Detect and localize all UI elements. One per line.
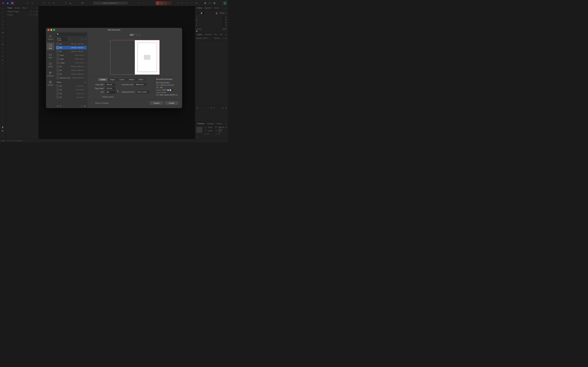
portrait-icon[interactable]: ▯	[81, 38, 83, 41]
maximize-window-icon[interactable]	[53, 29, 55, 31]
page-height-input[interactable]	[105, 87, 115, 90]
svg-rect-14	[49, 73, 50, 74]
close-window-icon[interactable]	[48, 29, 49, 31]
preset-item-a4[interactable]: A4 210 mm × 297 mm ♡	[56, 42, 87, 46]
preset-item-ledger[interactable]: Ledger 11 in × 17 in ♡	[56, 61, 87, 65]
section-label: Photo	[57, 81, 61, 83]
summary-size-value: 148 mm x 210 mm	[160, 84, 174, 86]
tab-colour-settings[interactable]: Colour	[117, 78, 127, 81]
favorite-icon[interactable]: ♡	[84, 69, 86, 71]
folder-icon	[49, 53, 52, 56]
svg-point-10	[50, 35, 51, 36]
preset-item-a5[interactable]: A5 148 mm × 210 mm ♡	[56, 46, 87, 50]
preset-dims: 176 mm × 250 mm	[71, 73, 83, 75]
favorite-icon[interactable]: ♡	[84, 66, 86, 67]
preset-name: Ledger	[60, 62, 75, 64]
show-on-startup-checkbox[interactable]: ✓	[92, 102, 94, 104]
doc-units-select[interactable]: Millimetres	[135, 83, 146, 86]
preset-warn-icon[interactable]: ⚠	[81, 105, 83, 107]
preset-item-a6[interactable]: A6 105 mm × 148 mm ♡	[56, 50, 87, 53]
favorite-icon[interactable]: ♡	[84, 47, 86, 49]
page-width-label: Page width:	[89, 84, 104, 85]
preset-item-b5[interactable]: B5 176 mm × 250 mm ♡	[56, 72, 87, 76]
preset-dims: 210 mm × 297 mm	[71, 43, 83, 45]
favorite-icon[interactable]: ♡	[84, 58, 86, 60]
tab-margin[interactable]: Margin	[127, 78, 137, 81]
sidebar-item-open[interactable]: Open	[47, 52, 54, 59]
favorite-icon[interactable]: ♡	[69, 38, 71, 41]
preset-dims: 4.5 in × 6 in	[76, 89, 83, 91]
create-button[interactable]: Create	[165, 101, 178, 105]
preset-item-4d[interactable]: 4D 4.5 in × 6 in ♡	[56, 88, 87, 92]
sidebar-item-samples[interactable]: Samples	[47, 79, 54, 87]
preset-item-b3[interactable]: B3 353 mm × 500 mm ♡	[56, 65, 87, 68]
tab-layout[interactable]: Layout	[98, 78, 108, 81]
default-master-checkbox[interactable]: ✓	[99, 96, 101, 98]
tab-pages-settings[interactable]: Pages	[108, 78, 117, 81]
document-summary: Document Summary A5* (Facing Page) Size:…	[154, 78, 181, 98]
preset-item-business-card[interactable]: Business Card 55 mm × 88 mm ♡	[56, 76, 87, 80]
orientation-portrait-icon[interactable]: ▯	[136, 34, 137, 36]
doc-units-label: Document units:	[122, 84, 134, 85]
page-icon	[57, 96, 59, 99]
orientation-swap-icon[interactable]: ⟲	[138, 34, 140, 36]
favorite-icon[interactable]: ♡	[84, 97, 86, 98]
dpi-select[interactable]: 300	[105, 91, 117, 93]
preset-item-letter[interactable]: Letter 8.5 in × 11 in ♡	[56, 53, 87, 57]
preset-name: Letter	[60, 54, 75, 56]
sidebar-item-new[interactable]: New	[47, 43, 54, 50]
preset-name: B3	[60, 66, 71, 67]
image-placement-select[interactable]: Prefer Linked	[136, 91, 149, 93]
favorite-icon[interactable]: ♡	[84, 43, 86, 45]
landscape-icon[interactable]: ▭	[84, 38, 87, 41]
favorite-icon[interactable]: ♡	[84, 93, 86, 94]
summary-profile-label: Colour Profile:	[156, 92, 166, 93]
modal-sidebar: Account New Open Recent Templates	[46, 32, 55, 108]
preset-item-b4[interactable]: B4 250 mm × 353 mm ♡	[56, 68, 87, 72]
preset-dims: 8.5 in × 14 in	[75, 58, 83, 60]
sidebar-item-account[interactable]: Account	[47, 33, 54, 41]
preset-name: A6	[60, 51, 71, 52]
menu-icon[interactable]: ≡	[85, 81, 86, 83]
modal-title: New Document	[47, 29, 181, 31]
sidebar-item-recent[interactable]: Recent	[47, 61, 54, 68]
summary-profile-value: U.S. Web Coated (SWOP) v2	[156, 94, 178, 96]
category-select[interactable]: Press Ready	[56, 37, 68, 42]
preset-item-legal[interactable]: Legal 8.5 in × 14 in ♡	[56, 57, 87, 61]
page-icon	[57, 89, 59, 91]
page-icon	[57, 69, 59, 71]
samples-icon	[49, 80, 52, 84]
add-preset-icon[interactable]: ⊞	[56, 105, 59, 107]
templates-icon	[49, 71, 52, 75]
delete-preset-icon[interactable]: 🗑	[84, 105, 86, 107]
favorite-icon[interactable]: ♡	[84, 51, 86, 52]
page-width-input[interactable]	[105, 83, 115, 86]
minimize-window-icon[interactable]	[50, 29, 52, 31]
sidebar-item-templates[interactable]: Templates	[47, 70, 54, 78]
clock-icon	[49, 62, 52, 66]
preset-item-4r[interactable]: 4R 4 in × 6 in ♡	[56, 84, 87, 88]
dpi-label: DPI:	[89, 91, 104, 93]
preset-item-5r[interactable]: 5R 5 in × 7 in ♡	[56, 92, 87, 95]
preset-section-photo[interactable]: Photo≡	[56, 80, 87, 84]
preset-list[interactable]: A4 210 mm × 297 mm ♡ A5 148 mm × 210 mm …	[56, 42, 87, 104]
preset-dims: 8.5 in × 11 in	[75, 54, 83, 56]
preset-item-6r[interactable]: 6R 6 in × 8 in ♡	[56, 96, 87, 99]
favorite-icon[interactable]: ♡	[84, 77, 86, 79]
cancel-button[interactable]: Cancel	[150, 101, 163, 105]
search-box[interactable]: 🔍	[56, 33, 87, 36]
page-icon	[57, 65, 59, 68]
page-height-label: Page height:	[89, 87, 104, 89]
favorite-icon[interactable]: ♡	[84, 85, 86, 87]
tab-bleed[interactable]: Bleed	[137, 78, 145, 81]
preset-menu-icon[interactable]: ☰	[59, 105, 62, 107]
page-icon	[57, 54, 59, 56]
search-input[interactable]	[60, 33, 86, 35]
page-icon	[57, 92, 59, 95]
favorite-icon[interactable]: ♡	[84, 54, 86, 56]
favorite-icon[interactable]: ♡	[84, 73, 86, 75]
search-icon: 🔍	[57, 33, 59, 35]
favorite-icon[interactable]: ♡	[84, 62, 86, 64]
preview-page-left	[110, 40, 135, 75]
favorite-icon[interactable]: ♡	[84, 89, 86, 91]
